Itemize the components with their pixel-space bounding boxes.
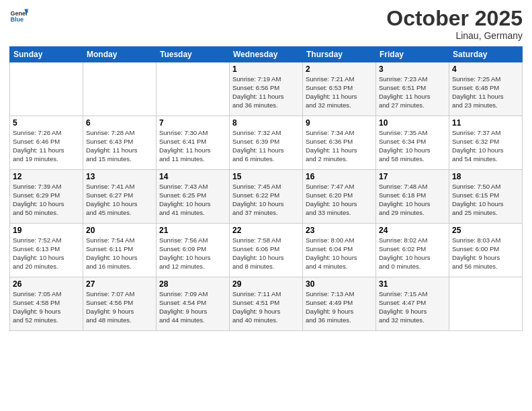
cell-1-1 bbox=[10, 62, 83, 116]
month-title: October 2025 bbox=[386, 7, 523, 30]
cell-info: Sunrise: 7:39 AM Sunset: 6:29 PM Dayligh… bbox=[13, 183, 80, 217]
cell-info: Sunrise: 7:21 AM Sunset: 6:53 PM Dayligh… bbox=[306, 75, 373, 109]
cell-1-5: 2Sunrise: 7:21 AM Sunset: 6:53 PM Daylig… bbox=[303, 62, 376, 116]
col-friday: Friday bbox=[376, 47, 449, 62]
cell-info: Sunrise: 7:45 AM Sunset: 6:22 PM Dayligh… bbox=[232, 183, 300, 217]
calendar-header-row: Sunday Monday Tuesday Wednesday Thursday… bbox=[10, 47, 523, 62]
cell-info: Sunrise: 7:07 AM Sunset: 4:56 PM Dayligh… bbox=[86, 290, 153, 324]
logo: General Blue bbox=[9, 7, 28, 26]
cell-date: 7 bbox=[159, 118, 226, 128]
cell-date: 15 bbox=[232, 172, 300, 181]
col-tuesday: Tuesday bbox=[157, 47, 230, 62]
cell-info: Sunrise: 7:32 AM Sunset: 6:39 PM Dayligh… bbox=[232, 129, 300, 163]
week-row-4: 19Sunrise: 7:52 AM Sunset: 6:13 PM Dayli… bbox=[10, 224, 523, 277]
cell-2-5: 9Sunrise: 7:34 AM Sunset: 6:36 PM Daylig… bbox=[303, 116, 376, 170]
cell-info: Sunrise: 7:09 AM Sunset: 4:54 PM Dayligh… bbox=[159, 290, 226, 324]
cell-info: Sunrise: 7:25 AM Sunset: 6:48 PM Dayligh… bbox=[452, 75, 519, 109]
cell-info: Sunrise: 7:26 AM Sunset: 6:46 PM Dayligh… bbox=[13, 129, 80, 163]
cell-date: 20 bbox=[86, 226, 153, 235]
cell-date: 14 bbox=[159, 172, 226, 181]
cell-4-6: 24Sunrise: 8:02 AM Sunset: 6:02 PM Dayli… bbox=[376, 224, 449, 277]
cell-1-6: 3Sunrise: 7:23 AM Sunset: 6:51 PM Daylig… bbox=[376, 62, 449, 116]
cell-info: Sunrise: 7:34 AM Sunset: 6:36 PM Dayligh… bbox=[306, 129, 373, 163]
cell-5-3: 28Sunrise: 7:09 AM Sunset: 4:54 PM Dayli… bbox=[157, 277, 230, 331]
cell-date: 9 bbox=[306, 118, 373, 128]
cell-info: Sunrise: 7:43 AM Sunset: 6:25 PM Dayligh… bbox=[159, 183, 226, 217]
cell-date: 18 bbox=[452, 172, 519, 181]
cell-5-4: 29Sunrise: 7:11 AM Sunset: 4:51 PM Dayli… bbox=[230, 277, 303, 331]
title-block: October 2025 Linau, Germany bbox=[386, 7, 523, 41]
calendar-table: Sunday Monday Tuesday Wednesday Thursday… bbox=[9, 46, 523, 331]
cell-date: 21 bbox=[159, 226, 226, 235]
cell-3-7: 18Sunrise: 7:50 AM Sunset: 6:15 PM Dayli… bbox=[449, 170, 523, 224]
cell-date: 28 bbox=[159, 279, 226, 289]
cell-info: Sunrise: 7:05 AM Sunset: 4:58 PM Dayligh… bbox=[13, 290, 80, 324]
cell-5-2: 27Sunrise: 7:07 AM Sunset: 4:56 PM Dayli… bbox=[83, 277, 157, 331]
cell-1-4: 1Sunrise: 7:19 AM Sunset: 6:56 PM Daylig… bbox=[230, 62, 303, 116]
cell-date: 2 bbox=[306, 64, 373, 74]
cell-info: Sunrise: 7:48 AM Sunset: 6:18 PM Dayligh… bbox=[379, 183, 446, 217]
cell-info: Sunrise: 7:37 AM Sunset: 6:32 PM Dayligh… bbox=[452, 129, 519, 163]
col-sunday: Sunday bbox=[10, 47, 83, 62]
logo-icon: General Blue bbox=[9, 7, 28, 26]
cell-date: 5 bbox=[13, 118, 80, 128]
cell-date: 19 bbox=[13, 226, 80, 235]
cell-1-2 bbox=[83, 62, 157, 116]
cell-date: 4 bbox=[452, 64, 519, 74]
cell-3-5: 16Sunrise: 7:47 AM Sunset: 6:20 PM Dayli… bbox=[303, 170, 376, 224]
cell-date: 13 bbox=[86, 172, 153, 181]
col-wednesday: Wednesday bbox=[230, 47, 303, 62]
cell-date: 11 bbox=[452, 118, 519, 128]
cell-info: Sunrise: 7:54 AM Sunset: 6:11 PM Dayligh… bbox=[86, 236, 153, 271]
cell-date: 25 bbox=[452, 226, 519, 235]
cell-4-1: 19Sunrise: 7:52 AM Sunset: 6:13 PM Dayli… bbox=[10, 224, 83, 277]
col-monday: Monday bbox=[83, 47, 157, 62]
svg-text:Blue: Blue bbox=[10, 16, 24, 23]
cell-info: Sunrise: 7:30 AM Sunset: 6:41 PM Dayligh… bbox=[159, 129, 226, 163]
cell-5-7 bbox=[449, 277, 523, 331]
cell-2-1: 5Sunrise: 7:26 AM Sunset: 6:46 PM Daylig… bbox=[10, 116, 83, 170]
cell-3-4: 15Sunrise: 7:45 AM Sunset: 6:22 PM Dayli… bbox=[230, 170, 303, 224]
cell-date: 29 bbox=[232, 279, 300, 289]
cell-date: 24 bbox=[379, 226, 446, 235]
cell-2-3: 7Sunrise: 7:30 AM Sunset: 6:41 PM Daylig… bbox=[157, 116, 230, 170]
cell-date: 12 bbox=[13, 172, 80, 181]
week-row-1: 1Sunrise: 7:19 AM Sunset: 6:56 PM Daylig… bbox=[10, 62, 523, 116]
cell-date: 17 bbox=[379, 172, 446, 181]
cell-4-2: 20Sunrise: 7:54 AM Sunset: 6:11 PM Dayli… bbox=[83, 224, 157, 277]
week-row-3: 12Sunrise: 7:39 AM Sunset: 6:29 PM Dayli… bbox=[10, 170, 523, 224]
location-title: Linau, Germany bbox=[386, 30, 523, 41]
cell-3-2: 13Sunrise: 7:41 AM Sunset: 6:27 PM Dayli… bbox=[83, 170, 157, 224]
cell-2-6: 10Sunrise: 7:35 AM Sunset: 6:34 PM Dayli… bbox=[376, 116, 449, 170]
cell-5-1: 26Sunrise: 7:05 AM Sunset: 4:58 PM Dayli… bbox=[10, 277, 83, 331]
cell-date: 30 bbox=[306, 279, 373, 289]
cell-info: Sunrise: 7:11 AM Sunset: 4:51 PM Dayligh… bbox=[232, 290, 300, 324]
cell-2-2: 6Sunrise: 7:28 AM Sunset: 6:43 PM Daylig… bbox=[83, 116, 157, 170]
cell-date: 6 bbox=[86, 118, 153, 128]
cell-2-7: 11Sunrise: 7:37 AM Sunset: 6:32 PM Dayli… bbox=[449, 116, 523, 170]
cell-info: Sunrise: 7:41 AM Sunset: 6:27 PM Dayligh… bbox=[86, 183, 153, 217]
cell-4-5: 23Sunrise: 8:00 AM Sunset: 6:04 PM Dayli… bbox=[303, 224, 376, 277]
cell-info: Sunrise: 7:50 AM Sunset: 6:15 PM Dayligh… bbox=[452, 183, 519, 217]
page: General Blue October 2025 Linau, Germany… bbox=[0, 0, 532, 411]
cell-3-3: 14Sunrise: 7:43 AM Sunset: 6:25 PM Dayli… bbox=[157, 170, 230, 224]
header: General Blue October 2025 Linau, Germany bbox=[9, 7, 523, 41]
cell-info: Sunrise: 7:47 AM Sunset: 6:20 PM Dayligh… bbox=[306, 183, 373, 217]
cell-info: Sunrise: 8:00 AM Sunset: 6:04 PM Dayligh… bbox=[306, 236, 373, 271]
col-thursday: Thursday bbox=[303, 47, 376, 62]
cell-info: Sunrise: 7:56 AM Sunset: 6:09 PM Dayligh… bbox=[159, 236, 226, 271]
cell-info: Sunrise: 8:03 AM Sunset: 6:00 PM Dayligh… bbox=[452, 236, 519, 271]
cell-date: 1 bbox=[232, 64, 300, 74]
cell-1-3 bbox=[157, 62, 230, 116]
cell-info: Sunrise: 7:28 AM Sunset: 6:43 PM Dayligh… bbox=[86, 129, 153, 163]
col-saturday: Saturday bbox=[449, 47, 523, 62]
cell-info: Sunrise: 7:35 AM Sunset: 6:34 PM Dayligh… bbox=[379, 129, 446, 163]
cell-3-6: 17Sunrise: 7:48 AM Sunset: 6:18 PM Dayli… bbox=[376, 170, 449, 224]
cell-5-5: 30Sunrise: 7:13 AM Sunset: 4:49 PM Dayli… bbox=[303, 277, 376, 331]
week-row-5: 26Sunrise: 7:05 AM Sunset: 4:58 PM Dayli… bbox=[10, 277, 523, 331]
cell-5-6: 31Sunrise: 7:15 AM Sunset: 4:47 PM Dayli… bbox=[376, 277, 449, 331]
cell-date: 3 bbox=[379, 64, 446, 74]
week-row-2: 5Sunrise: 7:26 AM Sunset: 6:46 PM Daylig… bbox=[10, 116, 523, 170]
cell-date: 8 bbox=[232, 118, 300, 128]
cell-4-7: 25Sunrise: 8:03 AM Sunset: 6:00 PM Dayli… bbox=[449, 224, 523, 277]
